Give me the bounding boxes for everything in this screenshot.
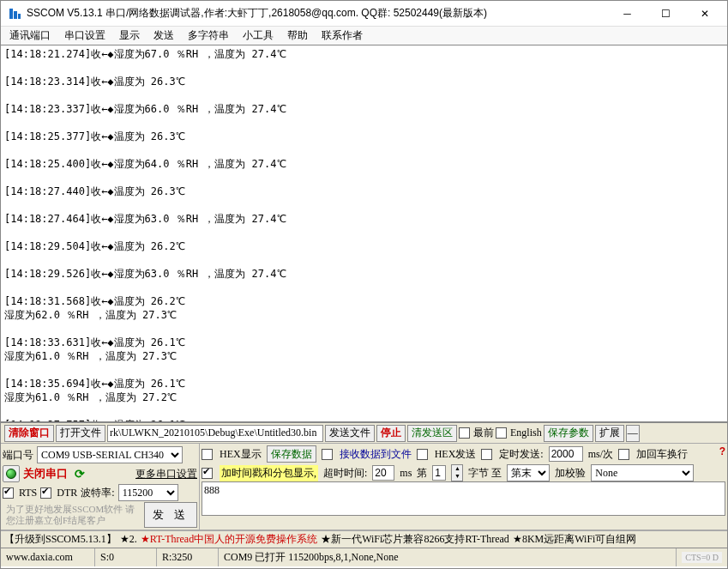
port-label: 端口号 [3, 448, 33, 463]
on-top-label: 最前 [473, 426, 494, 440]
save-params-button[interactable]: 保存参数 [544, 425, 593, 442]
log-output[interactable]: [14:18:21.274]收←◆湿度为67.0 ％RH ，温度为 27.4℃ … [1, 45, 727, 423]
menu-multistring[interactable]: 多字符串 [188, 28, 229, 43]
register-hint: 为了更好地发展SSCOM软件 请您注册嘉立创F结尾客户 [3, 502, 144, 528]
statusbar: www.daxia.com S:0 R:3250 COM9 已打开 115200… [1, 548, 727, 566]
ms-label: ms [400, 467, 412, 480]
menu-display[interactable]: 显示 [119, 28, 140, 43]
timestamp-label: 加时间戳和分包显示, [220, 465, 318, 481]
interval-input[interactable] [549, 446, 583, 462]
port-select[interactable]: COM9 USB-SERIAL CH340 [37, 446, 183, 463]
send-file-button[interactable]: 发送文件 [325, 425, 375, 442]
port-status-led[interactable] [3, 465, 20, 482]
byte-from-input[interactable] [432, 465, 446, 481]
byte-from-label: 第 [417, 466, 427, 481]
dtr-label: DTR [57, 487, 77, 499]
save-data-button[interactable]: 保存数据 [267, 445, 316, 463]
interval-unit: ms/次 [588, 447, 613, 462]
settings-panel: 端口号 COM9 USB-SERIAL CH340 关闭串口 ⟳ 更多串口设置 … [1, 444, 727, 530]
star-label: ★2. [120, 533, 137, 546]
clear-send-button[interactable]: 清发送区 [407, 425, 457, 442]
rtthread-link[interactable]: ★RT-Thread中国人的开源免费操作系统 [141, 532, 318, 547]
menu-comm-port[interactable]: 通讯端口 [9, 28, 51, 43]
close-button[interactable]: ✕ [685, 2, 724, 26]
menubar: 通讯端口 串口设置 显示 发送 多字符串 小工具 帮助 联系作者 [1, 27, 727, 45]
baudrate-select[interactable]: 115200 [118, 484, 178, 501]
more-serial-settings-link[interactable]: 更多串口设置 [135, 467, 197, 481]
app-icon [8, 7, 21, 21]
english-checkbox[interactable] [496, 427, 507, 439]
file-path-input[interactable] [107, 425, 323, 442]
rts-label: RTS [19, 487, 37, 499]
byte-to-select[interactable]: 第末 [507, 464, 550, 481]
timed-send-label: 定时发送: [499, 447, 543, 462]
hex-display-label: HEX显示 [220, 447, 262, 462]
toolbar-hide-button[interactable]: — [626, 425, 640, 442]
menu-serial-settings[interactable]: 串口设置 [64, 28, 105, 43]
maximize-button[interactable]: ☐ [647, 2, 685, 26]
upgrade-link[interactable]: 【升级到SSCOM5.13.1】 [4, 532, 117, 547]
status-sent: S:0 [95, 548, 157, 566]
baudrate-label: 波特率: [81, 486, 114, 500]
crlf-label: 加回车换行 [636, 447, 688, 462]
extend-button[interactable]: 扩展 [595, 425, 624, 442]
crlf-checkbox[interactable] [618, 449, 629, 460]
hex-send-checkbox[interactable] [417, 449, 428, 460]
minimize-button[interactable]: ─ [608, 2, 647, 26]
menu-help[interactable]: 帮助 [287, 28, 308, 43]
status-url[interactable]: www.daxia.com [1, 548, 95, 566]
status-port: COM9 已打开 115200bps,8,1,None,None [219, 548, 677, 566]
close-port-button[interactable]: 关闭串口 [23, 466, 68, 481]
status-recv: R:3250 [157, 548, 219, 566]
menu-send[interactable]: 发送 [153, 28, 174, 43]
dtr-checkbox[interactable] [40, 487, 51, 499]
svg-rect-2 [18, 14, 21, 19]
hex-display-checkbox[interactable] [202, 449, 213, 460]
english-label: English [510, 427, 542, 439]
timestamp-checkbox[interactable] [202, 468, 213, 479]
checksum-select[interactable]: None [591, 464, 694, 481]
clear-window-button[interactable]: 清除窗口 [4, 425, 54, 442]
window-title: SSCOM V5.13.1 串口/网络数据调试器,作者:大虾丁丁,2618058… [27, 6, 608, 21]
wifi-link[interactable]: ★新一代WiFi芯片兼容8266支持RT-Thread [321, 532, 509, 547]
send-textarea[interactable] [202, 481, 725, 516]
longrange-link[interactable]: ★8KM远距离WiFi可自组网 [513, 532, 637, 547]
help-icon[interactable]: ? [719, 445, 725, 457]
toolbar-row-1: 清除窗口 打开文件 发送文件 停止 清发送区 最前 English 保存参数 扩… [1, 423, 727, 444]
links-bar: 【升级到SSCOM5.13.1】 ★2. ★RT-Thread中国人的开源免费操… [1, 530, 727, 548]
svg-rect-0 [9, 9, 13, 19]
svg-rect-1 [14, 11, 17, 19]
recv-to-file-label: 接收数据到文件 [340, 447, 412, 462]
refresh-icon[interactable]: ⟳ [71, 465, 88, 482]
timeout-input[interactable] [372, 465, 394, 481]
rts-checkbox[interactable] [3, 487, 14, 499]
on-top-checkbox[interactable] [459, 427, 470, 439]
titlebar: SSCOM V5.13.1 串口/网络数据调试器,作者:大虾丁丁,2618058… [1, 1, 727, 27]
open-file-button[interactable]: 打开文件 [56, 425, 105, 442]
status-cts: CTS=0 D [682, 552, 722, 563]
byte-from-stepper[interactable]: ▲▼ [451, 464, 463, 481]
checksum-label: 加校验 [555, 466, 586, 481]
byte-mid-label: 字节 至 [468, 466, 502, 481]
timeout-label: 超时时间: [323, 466, 367, 481]
menu-tools[interactable]: 小工具 [243, 28, 274, 43]
recv-to-file-checkbox[interactable] [322, 449, 333, 460]
send-button[interactable]: 发 送 [144, 502, 197, 528]
hex-send-label: HEX发送 [435, 447, 477, 462]
menu-contact[interactable]: 联系作者 [322, 28, 363, 43]
stop-button[interactable]: 停止 [376, 425, 406, 442]
timed-send-checkbox[interactable] [481, 449, 492, 460]
